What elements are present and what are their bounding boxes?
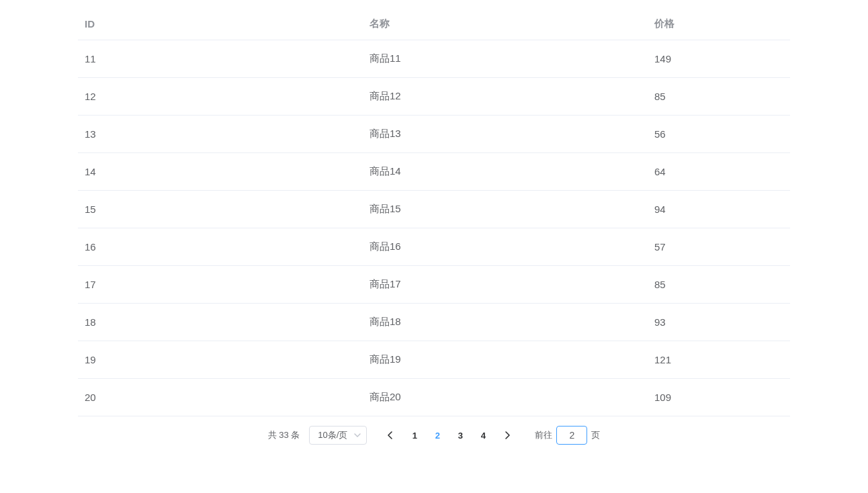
- cell-price: 57: [648, 228, 790, 266]
- page-number-3[interactable]: 3: [449, 426, 472, 445]
- chevron-right-icon: [504, 431, 511, 439]
- table-row: 11商品11149: [78, 40, 790, 78]
- cell-price: 121: [648, 341, 790, 379]
- jump-to-page: 前往 页: [535, 426, 600, 445]
- cell-id: 20: [78, 379, 363, 416]
- table-row: 15商品1594: [78, 191, 790, 228]
- next-page-button[interactable]: [496, 426, 519, 445]
- cell-name: 商品17: [363, 266, 648, 304]
- cell-id: 12: [78, 78, 363, 116]
- cell-price: 93: [648, 304, 790, 341]
- cell-name: 商品20: [363, 379, 648, 416]
- cell-id: 16: [78, 228, 363, 266]
- cell-name: 商品18: [363, 304, 648, 341]
- cell-price: 109: [648, 379, 790, 416]
- cell-id: 19: [78, 341, 363, 379]
- prev-page-button[interactable]: [379, 426, 402, 445]
- cell-price: 149: [648, 40, 790, 78]
- pagination: 共 33 条 10条/页 1234 前往 页: [78, 416, 790, 454]
- table-row: 13商品1356: [78, 116, 790, 153]
- jump-prefix: 前往: [535, 429, 552, 441]
- cell-id: 17: [78, 266, 363, 304]
- cell-name: 商品15: [363, 191, 648, 228]
- cell-price: 64: [648, 153, 790, 191]
- pagination-total: 共 33 条: [268, 429, 300, 441]
- cell-name: 商品19: [363, 341, 648, 379]
- header-name: 名称: [363, 8, 648, 40]
- page-number-4[interactable]: 4: [472, 426, 494, 445]
- cell-id: 18: [78, 304, 363, 341]
- table-row: 19商品19121: [78, 341, 790, 379]
- chevron-left-icon: [387, 431, 394, 439]
- table-header-row: ID 名称 价格: [78, 8, 790, 40]
- table-row: 14商品1464: [78, 153, 790, 191]
- cell-price: 85: [648, 78, 790, 116]
- cell-name: 商品16: [363, 228, 648, 266]
- header-id: ID: [78, 8, 363, 40]
- cell-price: 85: [648, 266, 790, 304]
- cell-name: 商品12: [363, 78, 648, 116]
- jump-page-input[interactable]: [556, 426, 587, 445]
- cell-id: 13: [78, 116, 363, 153]
- table-row: 18商品1893: [78, 304, 790, 341]
- cell-price: 56: [648, 116, 790, 153]
- page-number-1[interactable]: 1: [403, 426, 426, 445]
- cell-id: 14: [78, 153, 363, 191]
- table-row: 20商品20109: [78, 379, 790, 416]
- jump-suffix: 页: [591, 429, 600, 441]
- table-row: 16商品1657: [78, 228, 790, 266]
- cell-id: 15: [78, 191, 363, 228]
- page-size-label: 10条/页: [318, 429, 347, 441]
- cell-name: 商品13: [363, 116, 648, 153]
- cell-id: 11: [78, 40, 363, 78]
- page-size-select[interactable]: 10条/页: [309, 426, 367, 445]
- cell-name: 商品14: [363, 153, 648, 191]
- chevron-down-icon: [354, 432, 361, 439]
- page-number-2[interactable]: 2: [426, 426, 449, 445]
- cell-price: 94: [648, 191, 790, 228]
- header-price: 价格: [648, 8, 790, 40]
- cell-name: 商品11: [363, 40, 648, 78]
- pager: 1234: [379, 426, 519, 445]
- table-row: 17商品1785: [78, 266, 790, 304]
- data-table: ID 名称 价格 11商品1114912商品128513商品135614商品14…: [78, 8, 790, 416]
- table-row: 12商品1285: [78, 78, 790, 116]
